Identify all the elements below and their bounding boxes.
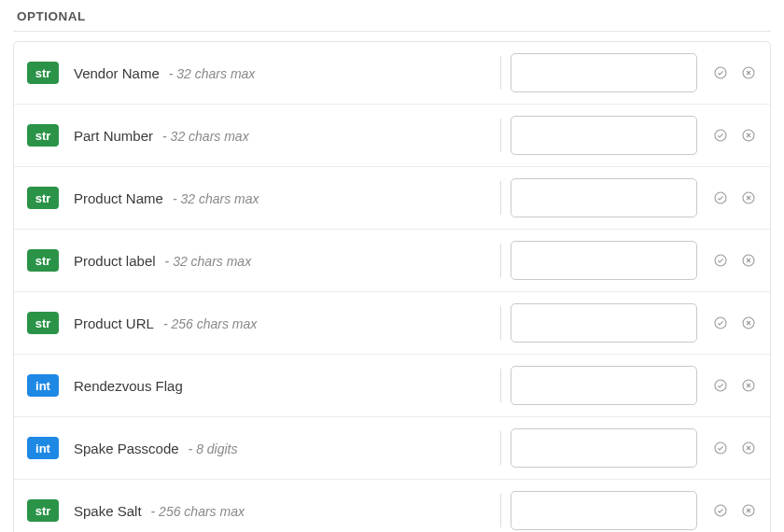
field-actions xyxy=(712,252,757,269)
field-row-rendezvous-flag: int Rendezvous Flag xyxy=(14,355,770,417)
field-label-area: Product URL 256 chars max xyxy=(74,315,491,331)
field-actions xyxy=(712,377,757,394)
svg-point-2 xyxy=(715,130,726,141)
field-label-area: Vendor Name 32 chars max xyxy=(74,65,491,81)
divider xyxy=(500,181,501,215)
field-label: Spake Passcode xyxy=(74,441,179,456)
divider xyxy=(500,306,501,340)
field-row-part-number: str Part Number 32 chars max xyxy=(14,105,770,167)
svg-point-0 xyxy=(715,67,726,78)
field-label: Product label xyxy=(74,253,156,269)
field-label: Product Name xyxy=(74,190,163,206)
field-actions xyxy=(712,127,757,144)
vendor-name-input[interactable] xyxy=(511,53,697,92)
check-circle-icon[interactable] xyxy=(712,377,729,394)
part-number-input[interactable] xyxy=(511,116,697,155)
check-circle-icon[interactable] xyxy=(712,440,729,456)
close-circle-icon[interactable] xyxy=(740,189,757,206)
field-label: Rendezvous Flag xyxy=(74,378,183,394)
close-circle-icon[interactable] xyxy=(740,252,757,269)
field-label: Spake Salt xyxy=(74,503,142,519)
spake-salt-input[interactable] xyxy=(511,491,697,530)
field-hint: 8 digits xyxy=(189,441,238,456)
field-input-cell xyxy=(511,428,697,468)
svg-point-4 xyxy=(715,192,726,203)
type-tag-str: str xyxy=(27,499,59,522)
check-circle-icon[interactable] xyxy=(712,252,729,269)
type-tag-str: str xyxy=(27,312,59,334)
type-tag-str: str xyxy=(27,124,59,147)
field-row-spake-passcode: int Spake Passcode 8 digits xyxy=(14,417,770,480)
field-hint: 256 chars max xyxy=(163,316,257,331)
field-row-vendor-name: str Vendor Name 32 chars max xyxy=(14,42,770,105)
divider xyxy=(500,369,501,402)
field-input-cell xyxy=(511,53,697,92)
field-label-area: Product label 32 chars max xyxy=(74,253,491,269)
close-circle-icon[interactable] xyxy=(740,64,757,81)
field-label: Product URL xyxy=(74,315,154,331)
field-label-area: Product Name 32 chars max xyxy=(74,190,491,206)
field-actions xyxy=(712,64,757,81)
field-row-spake-salt: str Spake Salt 256 chars max xyxy=(14,480,770,532)
field-input-cell xyxy=(511,366,697,405)
type-tag-int: int xyxy=(27,437,59,459)
field-hint: 32 chars max xyxy=(169,66,256,81)
field-actions xyxy=(712,502,757,519)
product-label-input[interactable] xyxy=(511,241,697,280)
field-label-area: Rendezvous Flag xyxy=(74,378,491,394)
field-label: Part Number xyxy=(74,128,153,144)
svg-point-10 xyxy=(715,380,726,391)
field-input-cell xyxy=(511,178,697,217)
field-input-cell xyxy=(511,116,697,155)
svg-point-8 xyxy=(715,317,726,329)
section-header-optional: OPTIONAL xyxy=(13,6,771,32)
close-circle-icon[interactable] xyxy=(740,502,757,519)
field-hint: 32 chars max xyxy=(162,129,249,144)
field-label: Vendor Name xyxy=(74,65,160,81)
field-hint: 32 chars max xyxy=(165,254,252,269)
divider xyxy=(500,494,501,527)
product-name-input[interactable] xyxy=(511,178,697,217)
type-tag-int: int xyxy=(27,374,59,397)
rendezvous-flag-input[interactable] xyxy=(511,366,697,405)
svg-point-12 xyxy=(715,442,726,454)
close-circle-icon[interactable] xyxy=(740,377,757,394)
field-input-cell xyxy=(511,241,697,280)
check-circle-icon[interactable] xyxy=(712,64,729,81)
divider xyxy=(500,244,501,277)
field-actions xyxy=(712,315,757,331)
close-circle-icon[interactable] xyxy=(740,440,757,456)
field-row-product-url: str Product URL 256 chars max xyxy=(14,292,770,355)
field-row-product-name: str Product Name 32 chars max xyxy=(14,167,770,230)
check-circle-icon[interactable] xyxy=(712,127,729,144)
divider xyxy=(500,119,501,152)
field-hint: 256 chars max xyxy=(151,504,245,519)
field-actions xyxy=(712,189,757,206)
field-label-area: Part Number 32 chars max xyxy=(74,128,491,144)
close-circle-icon[interactable] xyxy=(740,127,757,144)
close-circle-icon[interactable] xyxy=(740,315,757,331)
check-circle-icon[interactable] xyxy=(712,502,729,519)
type-tag-str: str xyxy=(27,62,59,84)
field-hint: 32 chars max xyxy=(173,191,259,206)
check-circle-icon[interactable] xyxy=(712,315,729,331)
svg-point-14 xyxy=(715,505,726,516)
field-label-area: Spake Passcode 8 digits xyxy=(74,441,491,456)
spake-passcode-input[interactable] xyxy=(511,428,697,468)
divider xyxy=(500,431,501,465)
field-row-product-label: str Product label 32 chars max xyxy=(14,230,770,292)
field-actions xyxy=(712,440,757,456)
optional-fields-list: str Vendor Name 32 chars max str Part Nu… xyxy=(13,41,771,532)
field-input-cell xyxy=(511,303,697,343)
product-url-input[interactable] xyxy=(511,303,697,343)
svg-point-6 xyxy=(715,255,726,266)
check-circle-icon[interactable] xyxy=(712,189,729,206)
field-label-area: Spake Salt 256 chars max xyxy=(74,503,491,519)
field-input-cell xyxy=(511,491,697,530)
divider xyxy=(500,56,501,90)
type-tag-str: str xyxy=(27,249,59,272)
type-tag-str: str xyxy=(27,187,59,209)
